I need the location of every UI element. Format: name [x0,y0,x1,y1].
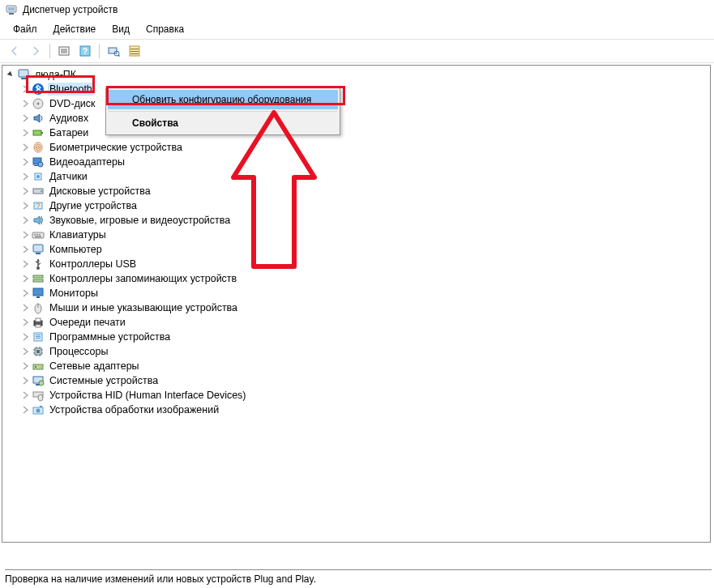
toolbar-scan[interactable] [104,42,123,60]
category-label[interactable]: Сетевые адаптеры [48,360,141,373]
category-label[interactable]: Компьютер [48,243,104,256]
expander-closed-icon[interactable] [20,201,30,211]
tree-category-row[interactable]: Контроллеры запоминающих устройств [20,271,710,286]
tree-root-row[interactable]: люда-ПК [6,67,710,82]
expander-closed-icon[interactable] [20,405,30,415]
svg-rect-36 [34,234,36,236]
tree-category-row[interactable]: Мониторы [20,286,710,300]
expander-closed-icon[interactable] [20,230,30,240]
expander-closed-icon[interactable] [20,376,30,386]
toolbar-properties[interactable] [125,42,144,60]
tree-category-row[interactable]: Видеоадаптеры [20,155,710,169]
category-label[interactable]: Аудиовх [48,112,90,125]
context-menu: Обновить конфигурацию оборудования Свойс… [105,87,340,135]
tree-category-row[interactable]: ?Другие устройства [20,198,710,213]
category-label[interactable]: Датчики [48,170,89,183]
category-label[interactable]: Контроллеры USB [48,258,138,271]
tree-category-row[interactable]: Мыши и иные указывающие устройства [20,300,710,315]
context-scan-hardware[interactable]: Обновить конфигурацию оборудования [108,90,338,109]
expander-closed-icon[interactable] [20,361,30,371]
expander-closed-icon[interactable] [20,113,30,123]
category-label[interactable]: Видеоадаптеры [48,156,126,168]
tree-category-row[interactable]: Системные устройства [20,373,710,388]
svg-rect-56 [36,338,41,339]
expander-closed-icon[interactable] [20,390,30,400]
svg-point-42 [36,266,40,270]
tree-category-row[interactable]: Дисковые устройства [20,184,710,198]
category-label[interactable]: Звуковые, игровые и видеоустройства [48,214,232,227]
category-label[interactable]: DVD-диск [48,97,97,110]
tree-category-row[interactable]: Очереди печати [20,315,710,330]
svg-rect-38 [39,234,41,236]
category-label[interactable]: Устройства обработки изображений [48,403,220,416]
category-label[interactable]: Устройства HID (Human Interface Devices) [48,389,248,402]
tree-category-row[interactable]: Сетевые адаптеры [20,359,710,373]
expander-open-icon[interactable] [6,70,15,79]
expander-closed-icon[interactable] [20,84,30,94]
expander-closed-icon[interactable] [20,303,30,313]
window-title: Диспетчер устройств [23,4,118,15]
svg-rect-58 [36,350,40,353]
svg-point-32 [41,190,42,192]
expander-closed-icon[interactable] [20,347,30,356]
svg-rect-68 [35,366,36,368]
category-label[interactable]: Клавиатуры [48,228,108,241]
category-label[interactable]: Биометрические устройства [48,141,184,154]
svg-rect-17 [21,78,26,79]
menu-file[interactable]: Файл [5,21,45,37]
svg-text:?: ? [36,202,40,210]
menu-view[interactable]: Вид [104,21,138,37]
expander-closed-icon[interactable] [20,186,30,196]
expander-closed-icon[interactable] [20,274,30,283]
category-label[interactable]: Контроллеры запоминающих устройств [48,272,238,285]
category-label[interactable]: Дисковые устройства [48,185,152,198]
expander-closed-icon[interactable] [20,157,30,167]
svg-point-24 [36,144,41,151]
svg-rect-41 [36,253,41,254]
category-label[interactable]: Батареи [48,126,90,139]
svg-rect-21 [33,130,41,135]
category-icon [32,301,45,314]
expander-closed-icon[interactable] [20,143,30,152]
svg-point-76 [36,409,41,413]
expander-closed-icon[interactable] [20,288,30,298]
context-properties[interactable]: Свойства [108,113,338,133]
menu-action[interactable]: Действие [45,21,105,37]
tree-category-row[interactable]: Устройства HID (Human Interface Devices) [20,388,710,403]
category-label[interactable]: Системные устройства [48,374,160,387]
expander-closed-icon[interactable] [20,215,30,225]
category-icon [32,330,45,343]
category-label[interactable]: Другие устройства [48,199,139,212]
category-label[interactable]: Мыши и иные указывающие устройства [48,301,239,314]
category-label[interactable]: Bluetooth [48,83,94,96]
toolbar-list[interactable] [54,42,74,60]
category-label[interactable]: Процессоры [48,345,109,358]
tree-category-row[interactable]: Процессоры [20,344,710,359]
devmgr-icon [5,3,18,16]
expander-closed-icon[interactable] [20,332,30,342]
expander-closed-icon[interactable] [20,172,30,181]
toolbar-help[interactable]: ? [75,42,95,60]
category-label[interactable]: Мониторы [48,287,100,300]
svg-rect-44 [33,275,43,278]
category-label[interactable]: Очереди печати [48,316,127,329]
tree-category-row[interactable]: Звуковые, игровые и видеоустройства [20,213,710,228]
expander-closed-icon[interactable] [20,245,30,254]
tree-category-row[interactable]: Клавиатуры [20,228,710,242]
expander-closed-icon[interactable] [20,259,30,269]
menu-help[interactable]: Справка [138,21,192,37]
tree-category-row[interactable]: Устройства обработки изображений [20,403,710,417]
tree-category-row[interactable]: Компьютер [20,242,710,257]
tree-category-row[interactable]: Контроллеры USB [20,257,710,271]
toolbar-separator [49,44,50,58]
tree-category-row[interactable]: Биометрические устройства [20,140,710,155]
root-label[interactable]: люда-ПК [33,68,78,81]
svg-rect-14 [130,51,139,52]
expander-closed-icon[interactable] [20,128,30,138]
tree-category-row[interactable]: Датчики [20,169,710,184]
category-icon [32,170,45,183]
expander-closed-icon[interactable] [20,317,30,327]
expander-closed-icon[interactable] [20,99,30,109]
tree-category-row[interactable]: Программные устройства [20,330,710,344]
category-label[interactable]: Программные устройства [48,330,172,343]
